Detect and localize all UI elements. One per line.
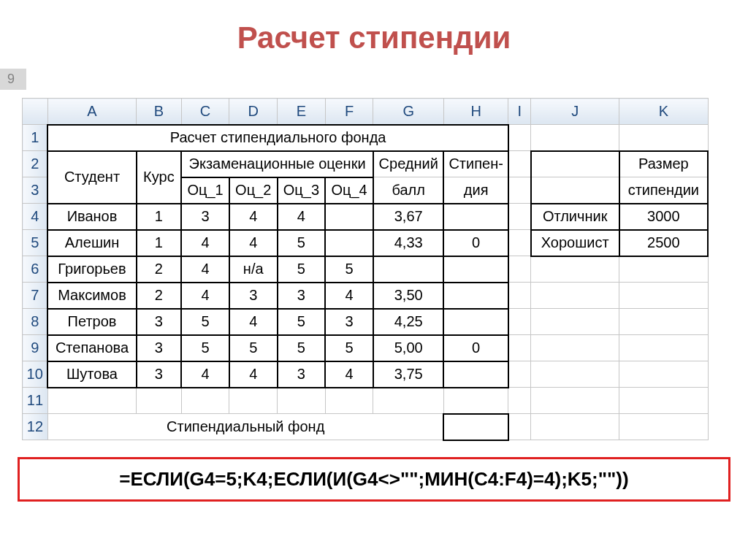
cell-g3[interactable]: 3: [278, 361, 326, 388]
row-header-12[interactable]: 12: [23, 414, 48, 440]
cell-stip[interactable]: [443, 361, 508, 388]
cell-g2[interactable]: 3: [229, 283, 278, 309]
cell[interactable]: [443, 388, 508, 414]
hdr-avg-top[interactable]: Средний: [373, 151, 444, 177]
side-label[interactable]: Отличник: [531, 204, 619, 230]
cell-g1[interactable]: 4: [181, 283, 229, 309]
row-header-6[interactable]: 6: [23, 256, 48, 283]
cell[interactable]: [508, 388, 531, 414]
cell[interactable]: [508, 361, 531, 388]
cell[interactable]: [47, 388, 136, 414]
row-header-10[interactable]: 10: [23, 361, 48, 388]
cell-g4[interactable]: 5: [325, 256, 373, 283]
cell[interactable]: [325, 388, 373, 414]
cell-g4[interactable]: 4: [325, 283, 373, 309]
side-value[interactable]: 3000: [619, 204, 708, 230]
cell[interactable]: [531, 125, 619, 151]
select-all-corner[interactable]: [23, 99, 48, 125]
side-blank[interactable]: [531, 177, 619, 204]
hdr-g2[interactable]: Оц_2: [229, 177, 278, 204]
hdr-avg-bot[interactable]: балл: [373, 177, 444, 204]
row-header-11[interactable]: 11: [23, 388, 48, 414]
cell[interactable]: [508, 256, 531, 283]
hdr-size-bot[interactable]: стипендии: [619, 177, 708, 204]
cell-avg[interactable]: 3,75: [373, 361, 444, 388]
row-header-2[interactable]: 2: [23, 151, 48, 177]
row-header-4[interactable]: 4: [23, 204, 48, 230]
cell[interactable]: [531, 388, 619, 414]
cell-avg[interactable]: 4,33: [373, 230, 444, 256]
cell[interactable]: [531, 309, 619, 335]
col-header-I[interactable]: I: [508, 99, 531, 125]
col-header-B[interactable]: B: [137, 99, 182, 125]
cell-g2[interactable]: 4: [229, 361, 278, 388]
footer-value[interactable]: [443, 414, 508, 440]
cell-g2[interactable]: 4: [229, 230, 278, 256]
hdr-g1[interactable]: Оц_1: [181, 177, 229, 204]
row-header-1[interactable]: 1: [23, 125, 48, 151]
cell-name[interactable]: Степанова: [47, 335, 136, 361]
cell-avg[interactable]: 4,25: [373, 309, 444, 335]
cell-name[interactable]: Григорьев: [47, 256, 136, 283]
cell-course[interactable]: 2: [137, 256, 182, 283]
cell-g3[interactable]: 4: [278, 204, 326, 230]
cell[interactable]: [229, 388, 278, 414]
hdr-course[interactable]: Курс: [137, 151, 182, 204]
footer-label[interactable]: Стипендиальный фонд: [47, 414, 443, 440]
hdr-g4[interactable]: Оц_4: [325, 177, 373, 204]
cell[interactable]: [508, 283, 531, 309]
col-header-E[interactable]: E: [278, 99, 326, 125]
cell-stip[interactable]: [443, 309, 508, 335]
cell-g3[interactable]: 5: [278, 335, 326, 361]
cell-g3[interactable]: 5: [278, 256, 326, 283]
cell[interactable]: [619, 125, 708, 151]
col-header-G[interactable]: G: [373, 99, 444, 125]
cell-avg[interactable]: [373, 256, 444, 283]
grid[interactable]: A B C D E F G H I J K 1 Расчет стипендиа…: [22, 98, 709, 441]
cell-g1[interactable]: 4: [181, 230, 229, 256]
cell-course[interactable]: 3: [137, 361, 182, 388]
cell-g2[interactable]: 4: [229, 204, 278, 230]
cell[interactable]: [531, 256, 619, 283]
cell[interactable]: [531, 335, 619, 361]
cell-g1[interactable]: 3: [181, 204, 229, 230]
hdr-stip-top[interactable]: Стипен-: [443, 151, 508, 177]
row-header-3[interactable]: 3: [23, 177, 48, 204]
cell-g3[interactable]: 5: [278, 230, 326, 256]
cell-avg[interactable]: 5,00: [373, 335, 444, 361]
cell-course[interactable]: 3: [137, 309, 182, 335]
cell-g3[interactable]: 5: [278, 309, 326, 335]
hdr-student[interactable]: Студент: [47, 151, 136, 204]
cell[interactable]: [373, 388, 444, 414]
hdr-size-top[interactable]: Размер: [619, 151, 708, 177]
cell[interactable]: [619, 309, 708, 335]
cell[interactable]: [508, 204, 531, 230]
col-header-C[interactable]: C: [181, 99, 229, 125]
cell-course[interactable]: 1: [137, 204, 182, 230]
side-blank[interactable]: [531, 151, 619, 177]
cell[interactable]: [508, 125, 531, 151]
cell-g1[interactable]: 5: [181, 335, 229, 361]
side-value[interactable]: 2500: [619, 230, 708, 256]
cell[interactable]: [278, 388, 326, 414]
cell[interactable]: [619, 335, 708, 361]
cell-g4[interactable]: 5: [325, 335, 373, 361]
side-label[interactable]: Хорошист: [531, 230, 619, 256]
cell[interactable]: [619, 283, 708, 309]
cell-course[interactable]: 1: [137, 230, 182, 256]
cell-stip[interactable]: [443, 204, 508, 230]
cell-name[interactable]: Петров: [47, 309, 136, 335]
cell[interactable]: [531, 361, 619, 388]
cell[interactable]: [619, 388, 708, 414]
cell-stip[interactable]: 0: [443, 230, 508, 256]
cell[interactable]: [619, 256, 708, 283]
cell[interactable]: [508, 414, 531, 440]
hdr-stip-bot[interactable]: дия: [443, 177, 508, 204]
cell[interactable]: [531, 283, 619, 309]
cell-avg[interactable]: 3,50: [373, 283, 444, 309]
row-header-8[interactable]: 8: [23, 309, 48, 335]
cell-stip[interactable]: 0: [443, 335, 508, 361]
col-header-K[interactable]: K: [619, 99, 708, 125]
cell-stip[interactable]: [443, 283, 508, 309]
cell[interactable]: [619, 414, 708, 440]
